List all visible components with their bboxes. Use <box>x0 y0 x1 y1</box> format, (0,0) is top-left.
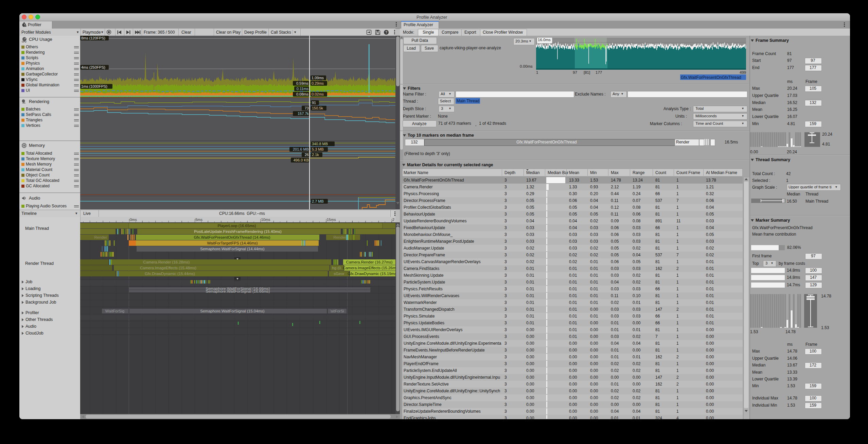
svg-text:Camera.Render (16.27ms): Camera.Render (16.27ms) <box>346 260 393 264</box>
svg-text:'aitForSi: 'aitForSi <box>330 309 344 313</box>
svg-text:WaitForTargetFPS (14.46ms): WaitForTargetFPS (14.46ms) <box>207 241 258 245</box>
svg-text:PlayerLoop (16.65ms): PlayerLoop (16.65ms) <box>217 224 256 228</box>
svg-text:Gfx.DrawDynamic (15.44ms): Gfx.DrawDynamic (15.44ms) <box>145 272 195 276</box>
svg-text:Gfx.WaitForPresentOnGfxThread: Gfx.WaitForPresentOnGfxThread (14.46ms) <box>194 235 270 239</box>
svg-text:PostLateUpdate.FinishFrameRend: PostLateUpdate.FinishFrameRendering (15.… <box>194 229 282 234</box>
svg-text:Semaphore.WaitForSignal (16.66: Semaphore.WaitForSignal (16.66ms) <box>206 289 270 293</box>
svg-text:sGeor: sGeor <box>334 272 344 276</box>
svg-text:Render: Render <box>333 235 346 239</box>
svg-text:Gfx.DrawDynamic (15.19ms): Gfx.DrawDynamic (15.19ms) <box>348 272 395 276</box>
svg-text:Camera.ImageEffects (15.26ms: Camera.ImageEffects (15.26ms <box>343 266 395 270</box>
svg-text:hg (0.: hg (0. <box>332 266 342 270</box>
svg-text:WaitForSig: WaitForSig <box>105 309 124 313</box>
svg-text:Render: Render <box>94 235 107 239</box>
svg-text:?: ? <box>385 31 387 34</box>
svg-text:CPU: CPU <box>22 40 26 43</box>
svg-text:Semaphore.WaitForSignal (14.44: Semaphore.WaitForSignal (14.44ms) <box>200 247 265 251</box>
svg-text:Camera.Render (16.28ms): Camera.Render (16.28ms) <box>143 260 190 264</box>
svg-text:Semaphore.WaitForSignal (15.04: Semaphore.WaitForSignal (15.04ms) <box>200 309 265 313</box>
svg-text:Camera.ImageEffects (15.48ms): Camera.ImageEffects (15.48ms) <box>140 266 196 270</box>
